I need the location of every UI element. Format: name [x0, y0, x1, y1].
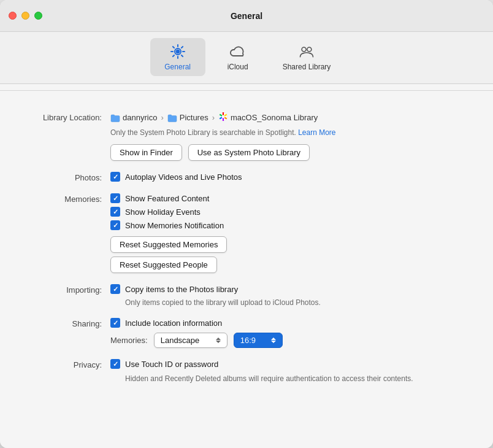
breadcrumb: dannyrico › Pictures › — [110, 112, 468, 123]
toolbar-separator — [0, 90, 493, 91]
general-icon — [169, 43, 186, 60]
tab-shared-library-label: Shared Library — [283, 63, 331, 71]
tab-shared-library[interactable]: Shared Library — [270, 38, 343, 76]
path-pictures: Pictures — [180, 113, 208, 122]
holiday-check-icon: ✓ — [113, 209, 118, 215]
autoplay-checkbox[interactable]: ✓ — [110, 172, 120, 182]
privacy-note: Hidden and Recently Deleted albums will … — [125, 373, 419, 384]
memories-notification-row: ✓ Show Memories Notification — [110, 220, 468, 230]
sharing-label: Sharing: — [25, 318, 110, 328]
toolbar: General iCloud Shared Library — [0, 32, 493, 84]
location-info-checkbox[interactable]: ✓ — [110, 318, 120, 328]
orientation-value: Landscape — [161, 336, 200, 345]
copy-items-label: Copy items to the Photos library — [125, 285, 238, 294]
svg-point-3 — [307, 47, 311, 52]
orientation-arrows-icon — [216, 338, 221, 343]
touch-id-checkbox[interactable]: ✓ — [110, 359, 120, 369]
holiday-events-row: ✓ Show Holiday Events — [110, 207, 468, 217]
folder-icon-pictures — [167, 113, 177, 123]
location-check-icon: ✓ — [113, 320, 118, 326]
traffic-lights — [9, 12, 42, 20]
location-info-label: Include location information — [125, 319, 222, 328]
importing-label: Importing: — [25, 284, 110, 295]
svg-point-5 — [222, 115, 225, 118]
folder-icon-dannyrico — [110, 113, 120, 123]
content-area: Library Location: dannyrico › — [0, 97, 493, 448]
touch-id-row: ✓ Use Touch ID or password — [110, 359, 468, 369]
featured-content-row: ✓ Show Featured Content — [110, 193, 468, 203]
touch-id-check-icon: ✓ — [113, 361, 118, 368]
library-location-row: Library Location: dannyrico › — [25, 112, 468, 161]
close-button[interactable] — [9, 12, 17, 20]
importing-row: Importing: ✓ Copy items to the Photos li… — [25, 284, 468, 307]
featured-check-icon: ✓ — [113, 195, 118, 202]
tab-general-label: General — [164, 63, 191, 71]
ratio-select[interactable]: 16:9 — [234, 333, 283, 348]
show-in-finder-button[interactable]: Show in Finder — [110, 144, 182, 161]
reset-suggested-people-button[interactable]: Reset Suggested People — [110, 257, 217, 273]
library-buttons: Show in Finder Use as System Photo Libra… — [110, 144, 468, 161]
ratio-arrows-icon — [271, 338, 276, 343]
tab-general[interactable]: General — [150, 38, 205, 76]
sharing-row: Sharing: ✓ Include location information … — [25, 318, 468, 348]
sep2: › — [212, 113, 215, 122]
importing-content: ✓ Copy items to the Photos library Only … — [110, 284, 468, 307]
copy-items-row: ✓ Copy items to the Photos library — [110, 284, 468, 294]
photos-icon-inline — [218, 112, 228, 123]
photos-content: ✓ Autoplay Videos and Live Photos — [110, 172, 468, 182]
holiday-events-checkbox[interactable]: ✓ — [110, 207, 120, 217]
touch-id-label: Use Touch ID or password — [125, 360, 218, 369]
sharing-content: ✓ Include location information Memories:… — [110, 318, 468, 348]
ratio-value: 16:9 — [240, 336, 256, 345]
memories-select-row: Memories: Landscape 16:9 — [110, 333, 468, 348]
copy-items-check-icon: ✓ — [113, 286, 118, 293]
autoplay-check-icon: ✓ — [113, 174, 118, 180]
sharing-memories-label: Memories: — [110, 336, 148, 345]
memories-row: Memories: ✓ Show Featured Content ✓ Show… — [25, 193, 468, 273]
privacy-content: ✓ Use Touch ID or password Hidden and Re… — [110, 359, 468, 384]
path-library: macOS_Sonoma Library — [231, 113, 318, 122]
svg-point-0 — [176, 50, 180, 53]
svg-point-2 — [302, 47, 306, 52]
sep1: › — [161, 113, 163, 122]
photos-label: Photos: — [25, 172, 110, 182]
photos-row: Photos: ✓ Autoplay Videos and Live Photo… — [25, 172, 468, 182]
autoplay-label: Autoplay Videos and Live Photos — [125, 172, 242, 182]
memories-notification-label: Show Memories Notification — [125, 221, 224, 230]
memories-content: ✓ Show Featured Content ✓ Show Holiday E… — [110, 193, 468, 273]
memories-notification-checkbox[interactable]: ✓ — [110, 220, 120, 230]
minimize-button[interactable] — [21, 12, 29, 20]
tab-icloud-label: iCloud — [227, 63, 248, 71]
featured-content-checkbox[interactable]: ✓ — [110, 193, 120, 203]
spotlight-note: Only the System Photo Library is searcha… — [110, 128, 468, 137]
path-dannyrico: dannyrico — [123, 113, 157, 122]
tab-icloud[interactable]: iCloud — [210, 38, 266, 76]
memories-notif-check-icon: ✓ — [113, 222, 118, 229]
holiday-events-label: Show Holiday Events — [125, 207, 201, 217]
privacy-label: Privacy: — [25, 359, 110, 369]
titlebar: General — [0, 0, 493, 32]
importing-note: Only items copied to the library will up… — [125, 298, 468, 307]
copy-items-checkbox[interactable]: ✓ — [110, 284, 120, 294]
maximize-button[interactable] — [34, 12, 42, 20]
reset-suggested-memories-button[interactable]: Reset Suggested Memories — [110, 236, 227, 253]
library-location-content: dannyrico › Pictures › — [110, 112, 468, 161]
main-window: General General iCloud — [0, 0, 493, 448]
orientation-select[interactable]: Landscape — [154, 333, 227, 348]
library-location-label: Library Location: — [25, 112, 110, 122]
icloud-icon — [229, 43, 246, 60]
shared-library-icon — [298, 43, 315, 60]
featured-content-label: Show Featured Content — [125, 194, 209, 203]
use-as-system-library-button[interactable]: Use as System Photo Library — [188, 144, 310, 161]
location-info-row: ✓ Include location information — [110, 318, 468, 328]
window-title: General — [231, 11, 262, 21]
learn-more-link[interactable]: Learn More — [298, 128, 335, 137]
privacy-row: Privacy: ✓ Use Touch ID or password Hidd… — [25, 359, 468, 384]
memories-label: Memories: — [25, 193, 110, 204]
autoplay-row: ✓ Autoplay Videos and Live Photos — [110, 172, 468, 182]
